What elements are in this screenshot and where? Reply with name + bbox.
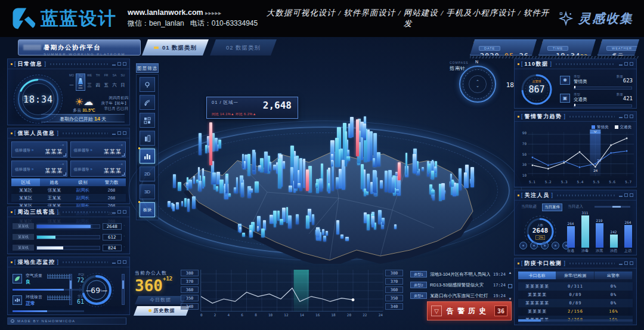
layer-button-building[interactable] [140, 131, 155, 146]
weekday-active[interactable]: TU二 [76, 73, 85, 91]
y-tick: 340 [385, 303, 403, 310]
slider-right[interactable] [122, 274, 125, 305]
collapse-icon[interactable] [619, 64, 623, 66]
action-icon[interactable] [552, 242, 559, 249]
expand-icon[interactable] [630, 261, 633, 265]
more-icon[interactable]: ··× [119, 162, 123, 166]
tab-data-category-1[interactable]: 01 数据类别 [142, 39, 209, 55]
tab-cases[interactable]: 当日案件 [542, 203, 562, 211]
more-icon[interactable]: ··× [60, 143, 64, 147]
more-icon[interactable]: ··× [60, 162, 64, 166]
more-icon[interactable]: ··× [119, 143, 123, 147]
tab-data-category-2[interactable]: 02 数据类别 [210, 39, 277, 55]
window-icon[interactable] [117, 131, 121, 135]
table-row[interactable]: 某某某某0/890% [518, 291, 633, 299]
bar[interactable] [581, 215, 589, 248]
date-label: DATE [479, 46, 500, 51]
layer-button-bars[interactable] [140, 149, 155, 164]
alert-scrollbar[interactable]: ▲▼ [507, 271, 513, 301]
y-tick: 370 [385, 278, 403, 285]
checkpoint-header: 卡口名称异常/已检测出警率 [518, 272, 633, 279]
panel-passenger-flow: [周边三线客流] 某某线2648' 某某线612' 某某线824' [7, 206, 130, 254]
wechat-label: 微信：ben_lanlan [128, 19, 184, 27]
x-tick: 18 [331, 313, 335, 317]
platform-title-plate: 暑期办公协作平台 SUMMER WORKING PLATFORM [18, 39, 141, 55]
office-y-axis-left: 380370360350340 [181, 270, 199, 310]
collapse-icon[interactable] [112, 263, 116, 264]
layer-button-grid[interactable] [140, 113, 155, 128]
map-3d[interactable] [160, 121, 494, 264]
window-icon[interactable] [117, 260, 121, 264]
collapse-icon[interactable] [619, 196, 623, 197]
action-icon[interactable] [530, 242, 538, 249]
layer-button-locate[interactable] [140, 77, 155, 92]
window-icon[interactable] [624, 193, 628, 197]
expand-icon[interactable] [123, 260, 126, 264]
mini-scrollbar[interactable] [595, 206, 630, 208]
x-tick: 10 [268, 313, 273, 317]
bar[interactable] [596, 223, 603, 248]
alert-row[interactable]: 类型4某路口有小汽车连闯三个红灯19:24 [410, 291, 506, 300]
window-icon[interactable] [624, 62, 628, 66]
collapse-icon[interactable] [619, 117, 623, 118]
bar[interactable] [610, 235, 618, 248]
office-count-delta: +12 [163, 276, 172, 282]
expand-icon[interactable] [630, 115, 633, 118]
table-row[interactable]: 某某某某某0/3110% [518, 282, 633, 291]
alert-history-banner[interactable]: ▽ 告警历史 36 [427, 301, 512, 320]
window-icon[interactable] [117, 210, 121, 214]
duty-card[interactable]: 值班领导 »··×某某某 [70, 141, 126, 158]
layer-button-3d[interactable]: 3D [140, 184, 155, 199]
alert-row[interactable]: 类型1湿地3-104片区有不明人员闯入19:24 [410, 270, 506, 279]
site-url[interactable]: www.lanlanwork.com ▸▸▸▸▸ [128, 8, 258, 17]
duty-card[interactable]: 值班领导 »··×某某某 [11, 161, 67, 177]
collapse-icon[interactable] [112, 64, 116, 66]
expand-icon[interactable] [123, 62, 126, 66]
alert-row[interactable]: 类型2RD13-53烟感报警疑似火灾17:24 [410, 280, 506, 289]
weekday-strip: MO一 TU二 WE三 TH四 FR五 SA六 SU日 [67, 73, 127, 91]
panel-eco-monitor: [湿地生态监控] 空气质量 良 PQI 72 环境噪音 正常 分贝 61 [7, 257, 130, 315]
table-row[interactable]: 某某某某2/15616% [518, 307, 633, 316]
y-tick: 380 [385, 270, 403, 276]
expand-icon[interactable] [123, 131, 126, 135]
tab-track[interactable]: 当日轨迹 [519, 203, 538, 211]
duty-card[interactable]: 值班领导 »··×某某某 [11, 141, 67, 158]
duty-card[interactable]: 值班领导 »··×某某某 [70, 161, 126, 177]
lanlan-logo[interactable]: 蓝蓝设计 [11, 6, 117, 31]
collapse-icon[interactable] [112, 212, 116, 214]
svg-text:30: 30 [597, 159, 601, 162]
compass-dial[interactable]: ⌃⌄ [459, 66, 496, 103]
action-icon[interactable] [519, 242, 527, 249]
layer-button-signal[interactable] [140, 95, 155, 110]
expand-icon[interactable] [630, 193, 633, 197]
expand-icon[interactable] [630, 62, 633, 66]
alarm-type-row: ✱ 类型警情类 数量623 [560, 75, 633, 90]
table-row[interactable]: 某某区张某某副局长268 [11, 186, 126, 194]
layer-button-2d[interactable]: 2D [140, 166, 155, 181]
collapse-icon[interactable] [112, 134, 116, 135]
x-tick: 2 [214, 313, 216, 317]
sun-cloud-icon: ☀☁ [69, 96, 100, 107]
window-icon[interactable] [624, 261, 628, 265]
action-icon[interactable] [541, 242, 549, 249]
inspiration-collect[interactable]: 灵感收集 [558, 10, 633, 27]
table-row[interactable]: 某某某某某0/890% [518, 299, 633, 307]
expand-icon[interactable] [123, 210, 126, 214]
bus-icon: ▣ [560, 94, 570, 103]
window-icon[interactable] [117, 62, 121, 66]
scroll-down-icon: ▼ [509, 297, 512, 301]
today-data-button[interactable]: 今日数据 [135, 296, 186, 304]
window-icon[interactable] [624, 115, 628, 118]
y-tick: 30 [518, 162, 527, 166]
y-tick: 350 [385, 295, 403, 301]
slider-left[interactable] [69, 274, 72, 305]
y-tick: 90 [518, 131, 527, 135]
bar[interactable] [567, 226, 575, 248]
table-row[interactable]: 某某区王某某副局长268 [11, 194, 126, 202]
bar[interactable] [624, 225, 632, 248]
collapse-icon[interactable] [619, 264, 623, 265]
x-tick: 14 [300, 313, 304, 317]
noise-item: 环境噪音 正常 分贝 61 [13, 294, 84, 312]
x-tick: 5.6 [609, 180, 615, 184]
layer-button-block[interactable]: 板块 [140, 202, 155, 217]
